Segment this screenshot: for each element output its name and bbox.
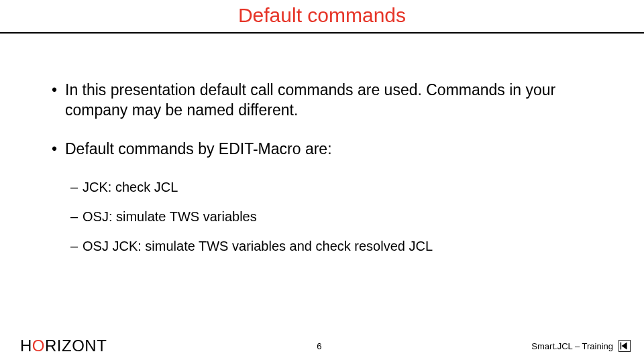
sub-bullet-item: OSJ: simulate TWS variables <box>50 208 594 225</box>
brand-letter: H <box>20 337 32 355</box>
brand-letter-accent: O <box>32 337 45 355</box>
slide-body: In this presentation default call comman… <box>0 34 644 255</box>
back-arrow-icon[interactable] <box>619 340 631 352</box>
brand-logo: HORIZONT <box>20 337 107 355</box>
footer-right-group: Smart.JCL – Training <box>531 340 631 352</box>
slide-footer: HORIZONT 6 Smart.JCL – Training <box>0 337 644 355</box>
svg-marker-1 <box>621 343 627 350</box>
slide-title: Default commands <box>0 0 644 32</box>
sub-bullet-item: JCK: check JCL <box>50 178 594 196</box>
bullet-item: Default commands by EDIT-Macro are: <box>50 139 594 160</box>
slide: Default commands In this presentation de… <box>0 0 644 362</box>
bullet-item: In this presentation default call comman… <box>50 80 594 121</box>
footer-caption: Smart.JCL – Training <box>531 341 613 351</box>
sub-bullet-item: OSJ JCK: simulate TWS variables and chec… <box>50 237 594 255</box>
brand-letter: RIZONT <box>45 337 107 355</box>
svg-rect-2 <box>621 343 621 350</box>
page-number: 6 <box>317 341 321 351</box>
